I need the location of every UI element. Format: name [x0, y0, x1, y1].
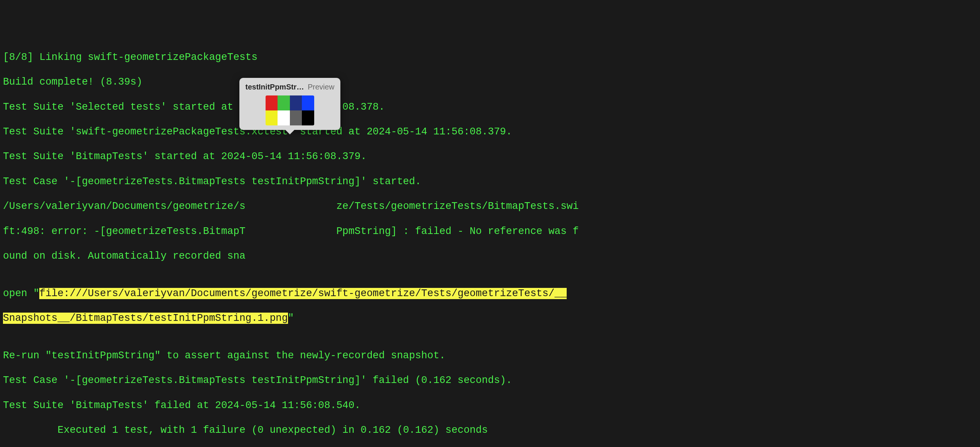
- thumb-pixel: [290, 110, 302, 125]
- open-command: open ": [3, 288, 39, 299]
- terminal-line: Test Suite 'BitmapTests' failed at 2024-…: [3, 399, 977, 412]
- file-url-link[interactable]: Snapshots__/BitmapTests/testInitPpmStrin…: [3, 313, 288, 324]
- preview-thumbnail: [266, 96, 314, 125]
- thumb-pixel: [302, 96, 314, 110]
- terminal-line: ft:498: error: -[geometrizeTests.BitmapT…: [3, 225, 977, 238]
- thumb-pixel: [290, 96, 302, 110]
- path-segment: ze/Tests/geometrizeTests/BitmapTests.swi: [336, 201, 579, 212]
- terminal-line: Test Case '-[geometrizeTests.BitmapTests…: [3, 374, 977, 387]
- preview-filename: testInitPpmStr…: [245, 82, 304, 92]
- error-segment: ound on disk. Automatically recorded sna: [3, 251, 245, 262]
- thumb-pixel: [278, 110, 290, 125]
- preview-app-label: Preview: [308, 82, 334, 92]
- thumb-pixel: [266, 110, 278, 125]
- thumb-pixel: [266, 96, 278, 110]
- terminal-line: Test Suite 'Selected tests' started at 2…: [3, 101, 977, 113]
- quicklook-preview-popup[interactable]: testInitPpmStr… Preview: [239, 78, 340, 130]
- file-url-link[interactable]: file:///Users/valeriyvan/Documents/geome…: [39, 288, 567, 299]
- terminal-line: Snapshots__/BitmapTests/testInitPpmStrin…: [3, 312, 977, 324]
- quote-close: ": [288, 313, 294, 324]
- thumb-pixel: [278, 96, 290, 110]
- terminal-line: Test Suite 'swift-geometrizePackageTests…: [3, 126, 977, 138]
- terminal-line: ound on disk. Automatically recorded sna: [3, 250, 977, 262]
- terminal-line: Re-run "testInitPpmString" to assert aga…: [3, 350, 977, 362]
- terminal-line: Test Case '-[geometrizeTests.BitmapTests…: [3, 176, 977, 188]
- terminal-line: /Users/valeriyvan/Documents/geometrize/s…: [3, 200, 977, 212]
- path-segment: /Users/valeriyvan/Documents/geometrize/s: [3, 201, 245, 212]
- terminal-line: open "file:///Users/valeriyvan/Documents…: [3, 287, 977, 300]
- terminal-line: Build complete! (8.39s): [3, 76, 977, 88]
- terminal-line: [8/8] Linking swift-geometrizePackageTes…: [3, 51, 977, 64]
- error-segment: PpmString] : failed - No reference was f: [336, 226, 579, 237]
- terminal-line: Executed 1 test, with 1 failure (0 unexp…: [3, 424, 977, 436]
- thumb-pixel: [302, 110, 314, 125]
- error-segment: ft:498: error: -[geometrizeTests.BitmapT: [3, 226, 245, 237]
- terminal-line: Test Suite 'BitmapTests' started at 2024…: [3, 150, 977, 163]
- preview-header: testInitPpmStr… Preview: [245, 82, 334, 92]
